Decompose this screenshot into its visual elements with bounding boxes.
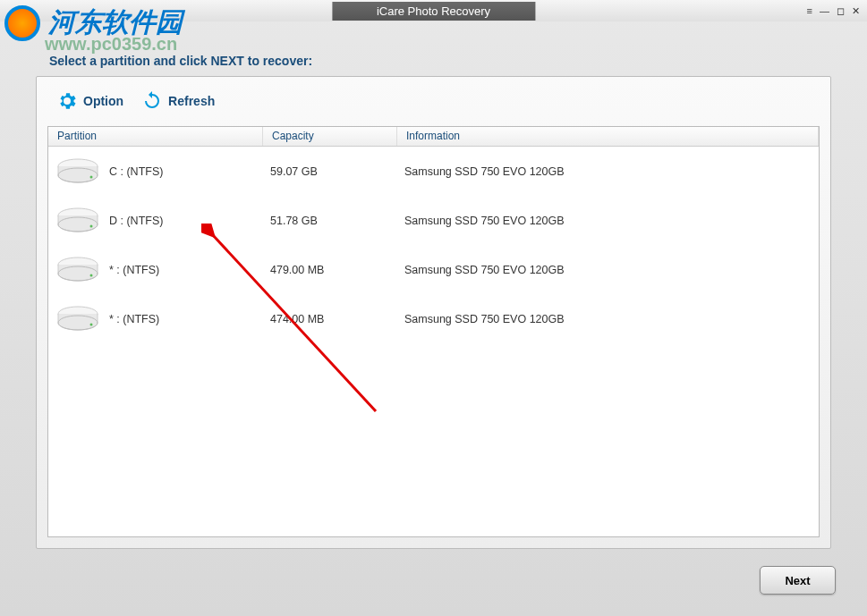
drive-icon: [55, 156, 100, 187]
watermark-url: www.pc0359.cn: [45, 34, 183, 55]
header-partition[interactable]: Partition: [48, 127, 263, 146]
toolbar: Option Refresh: [37, 77, 830, 121]
partition-label: * : (NTFS): [109, 313, 261, 325]
refresh-icon: [141, 90, 163, 112]
titlebar: iCare Photo Recovery ≡ — ◻ ✕: [0, 0, 867, 21]
option-label: Option: [83, 94, 123, 108]
partition-label: C : (NTFS): [109, 165, 261, 178]
capacity-value: 479.00 MB: [261, 264, 395, 276]
svg-point-5: [90, 225, 93, 228]
close-icon[interactable]: ✕: [852, 5, 860, 17]
table-body: C : (NTFS)59.07 GBSamsung SSD 750 EVO 12…: [48, 147, 819, 343]
header-information[interactable]: Information: [397, 127, 819, 146]
table-panel: Partition Capacity Information C : (NTFS…: [47, 126, 820, 537]
minimize-icon[interactable]: —: [820, 5, 829, 17]
table-row[interactable]: * : (NTFS)474.00 MBSamsung SSD 750 EVO 1…: [48, 294, 819, 343]
information-value: Samsung SSD 750 EVO 120GB: [395, 215, 819, 227]
information-value: Samsung SSD 750 EVO 120GB: [395, 165, 819, 178]
svg-point-8: [90, 274, 93, 277]
drive-icon: [55, 205, 100, 236]
partition-label: D : (NTFS): [109, 215, 261, 227]
information-value: Samsung SSD 750 EVO 120GB: [395, 264, 819, 276]
option-button[interactable]: Option: [56, 90, 123, 112]
window-controls: ≡ — ◻ ✕: [807, 5, 860, 17]
gear-icon: [56, 90, 78, 112]
drive-icon: [55, 254, 100, 285]
svg-point-2: [90, 176, 93, 179]
maximize-icon[interactable]: ◻: [837, 5, 845, 17]
table-row[interactable]: D : (NTFS)51.78 GBSamsung SSD 750 EVO 12…: [48, 196, 819, 245]
main-panel: Option Refresh Partition Capacity Inform…: [36, 76, 831, 549]
menu-icon[interactable]: ≡: [807, 5, 812, 17]
capacity-value: 59.07 GB: [261, 165, 395, 178]
refresh-label: Refresh: [168, 94, 215, 108]
next-button[interactable]: Next: [760, 566, 836, 595]
table-header: Partition Capacity Information: [48, 127, 819, 147]
header-capacity[interactable]: Capacity: [263, 127, 397, 146]
capacity-value: 51.78 GB: [261, 215, 395, 227]
information-value: Samsung SSD 750 EVO 120GB: [395, 313, 819, 325]
capacity-value: 474.00 MB: [261, 313, 395, 325]
partition-label: * : (NTFS): [109, 264, 261, 276]
drive-icon: [55, 303, 100, 334]
table-row[interactable]: * : (NTFS)479.00 MBSamsung SSD 750 EVO 1…: [48, 245, 819, 294]
svg-point-11: [90, 324, 93, 326]
refresh-button[interactable]: Refresh: [141, 90, 215, 112]
window-title: iCare Photo Recovery: [332, 2, 535, 21]
instruction-text: Select a partition and click NEXT to rec…: [49, 54, 312, 68]
table-row[interactable]: C : (NTFS)59.07 GBSamsung SSD 750 EVO 12…: [48, 147, 819, 196]
